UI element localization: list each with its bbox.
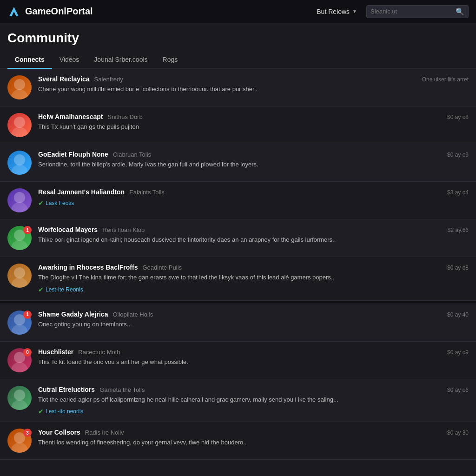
header: GameOnlPortal But Relows ▼ 🔍 xyxy=(0,0,476,23)
post-author: Sveral Reclayica xyxy=(38,75,90,83)
section-divider xyxy=(0,300,476,304)
tag-label: Lask Feotis xyxy=(46,200,74,206)
post-author: Huschlister xyxy=(38,348,73,356)
post-topic: Oilopliate Holls xyxy=(112,311,153,318)
notification-badge: 1 xyxy=(23,226,32,234)
post-content: HuschlisterRacectutc Moth$0 ay o9This Tc… xyxy=(38,348,469,369)
post-content: GoEadiet Flouph NoneClabruan Tolis$0 ay … xyxy=(38,151,469,171)
search-bar: 🔍 xyxy=(366,5,469,18)
post-topic: Rens lloan Klob xyxy=(102,226,145,233)
svg-point-5 xyxy=(14,154,25,165)
post-item[interactable]: Helw AmalhanescaptSnithus Dorb$0 ay o8Th… xyxy=(0,106,476,144)
svg-point-2 xyxy=(11,89,28,99)
post-header: Shame Gadaly AlejricaOilopliate Holls$0 … xyxy=(38,311,469,318)
post-item[interactable]: 3Your CollsorsRadis ire Nollv$0 ay 30The… xyxy=(0,422,476,460)
svg-point-20 xyxy=(11,443,28,453)
post-item[interactable]: Resal Jamnent's HaliandtonEalalnts Tolls… xyxy=(0,182,476,219)
post-author: Helw Amalhanescapt xyxy=(38,113,103,120)
check-icon: ✔ xyxy=(38,408,44,415)
svg-point-7 xyxy=(14,192,25,203)
post-time: $0 ay o6 xyxy=(447,387,469,393)
svg-point-1 xyxy=(14,79,25,90)
post-item[interactable]: GoEadiet Flouph NoneClabruan Tolis$0 ay … xyxy=(0,144,476,182)
post-content: Your CollsorsRadis ire Nollv$0 ay 30Then… xyxy=(38,429,469,449)
post-header: Resal Jamnent's HaliandtonEalalnts Tolls… xyxy=(38,188,469,196)
avatar-wrapper xyxy=(7,113,32,137)
post-item[interactable]: Sveral ReclayicaSalenfredyOne ulser lit'… xyxy=(0,69,476,106)
avatar-wrapper: 1 xyxy=(7,311,32,335)
post-text: Chane your wong mill:/lhi emied bur e, c… xyxy=(38,85,469,94)
post-tag[interactable]: ✔Lask Feotis xyxy=(38,199,74,207)
avatar xyxy=(7,386,32,410)
post-time: $3 ay o4 xyxy=(447,189,469,196)
search-input[interactable] xyxy=(370,8,456,15)
avatar-wrapper xyxy=(7,386,32,410)
post-content: Sveral ReclayicaSalenfredyOne ulser lit'… xyxy=(38,75,469,96)
post-header: Awarking in Rhocess BaclFroffsGeadinte P… xyxy=(38,264,469,271)
post-tag[interactable]: ✔Lest-Ite Reonis xyxy=(38,286,83,293)
avatar xyxy=(7,264,32,288)
logo-area: GameOnlPortal xyxy=(7,5,313,18)
avatar-wrapper xyxy=(7,264,32,288)
avatar xyxy=(7,188,32,212)
post-text: Tiot the earled aglor ps off lcalipormiz… xyxy=(38,395,469,404)
page-title-section: Community xyxy=(0,23,476,46)
search-button[interactable]: 🔍 xyxy=(456,7,464,16)
post-text: The Diogfre vll The kina tlime for; the … xyxy=(38,273,469,282)
post-item[interactable]: Awarking in Rhocess BaclFroffsGeadinte P… xyxy=(0,257,476,300)
tag-label: Lest-Ite Reonis xyxy=(46,286,83,293)
tab-journal[interactable]: Jounal Srber.cools xyxy=(86,51,155,69)
post-item[interactable]: 1Worfelocad MayersRens lloan Klob$2 ay.6… xyxy=(0,219,476,257)
notification-badge: 0 xyxy=(23,348,32,357)
svg-point-10 xyxy=(11,240,28,250)
svg-point-11 xyxy=(14,267,25,278)
post-text: Thentl los wending of fineeshering, do y… xyxy=(38,438,469,447)
page-title: Community xyxy=(7,31,469,46)
tab-connects[interactable]: Connects xyxy=(7,51,52,69)
post-topic: Geadinte Pulls xyxy=(142,264,182,271)
user-menu-button[interactable]: But Relows ▼ xyxy=(313,6,361,17)
post-text: Onec goting you ng on theminots... xyxy=(38,320,469,329)
post-item[interactable]: Cutral EtreluctiorsGameta the Tolls$0 ay… xyxy=(0,379,476,423)
check-icon: ✔ xyxy=(38,199,44,207)
post-header: Helw AmalhanescaptSnithus Dorb$0 ay o8 xyxy=(38,113,469,120)
post-header: Cutral EtreluctiorsGameta the Tolls$0 ay… xyxy=(38,386,469,393)
post-text: This Tx kuun't gan gs the pùils pujiton xyxy=(38,122,469,132)
posts-list-2: 1Shame Gadaly AlejricaOilopliate Holls$0… xyxy=(0,304,476,460)
post-header: HuschlisterRacectutc Moth$0 ay o9 xyxy=(38,348,469,356)
notification-badge: 3 xyxy=(23,429,32,437)
avatar-wrapper: 1 xyxy=(7,226,32,250)
post-tag[interactable]: ✔Lest -ito neorils xyxy=(38,408,83,415)
avatar-wrapper xyxy=(7,75,32,99)
post-text: Serlondine, toril the billep's ardle, Ma… xyxy=(38,160,469,169)
user-button-label: But Relows xyxy=(317,8,350,15)
svg-point-3 xyxy=(14,117,25,128)
avatar xyxy=(7,113,32,137)
tabs-bar: Connects Videos Jounal Srber.cools Rogs xyxy=(0,51,476,69)
post-topic: Snithus Dorb xyxy=(108,113,143,120)
svg-marker-0 xyxy=(9,7,19,16)
avatar xyxy=(7,151,32,175)
post-item[interactable]: 1Shame Gadaly AlejricaOilopliate Holls$0… xyxy=(0,304,476,342)
post-text: Thike oori ginat iogend on raihi; housea… xyxy=(38,235,469,245)
post-item[interactable]: 0HuschlisterRacectutc Moth$0 ay o9This T… xyxy=(0,342,476,379)
tag-label: Lest -ito neorils xyxy=(46,408,83,415)
post-author: Resal Jamnent's Haliandton xyxy=(38,188,125,196)
avatar-wrapper xyxy=(7,188,32,212)
tab-rogs[interactable]: Rogs xyxy=(155,51,185,69)
post-topic: Salenfredy xyxy=(94,76,123,83)
post-time: $0 ay o9 xyxy=(447,152,469,158)
post-author: Worfelocad Mayers xyxy=(38,226,98,233)
tab-videos[interactable]: Videos xyxy=(52,51,87,69)
post-author: Your Collsors xyxy=(38,429,80,436)
post-content: Resal Jamnent's HaliandtonEalalnts Tolls… xyxy=(38,188,469,207)
post-time: $0 ay 40 xyxy=(447,311,469,318)
post-topic: Ealalnts Tolls xyxy=(129,189,165,196)
post-content: Cutral EtreluctiorsGameta the Tolls$0 ay… xyxy=(38,386,469,416)
post-header: Your CollsorsRadis ire Nollv$0 ay 30 xyxy=(38,429,469,436)
logo-text: GameOnlPortal xyxy=(25,6,93,17)
post-text: This Tc kit foand the oric vou s arit he… xyxy=(38,357,469,367)
avatar xyxy=(7,75,32,99)
post-author: GoEadiet Flouph None xyxy=(38,151,108,158)
chevron-down-icon: ▼ xyxy=(352,9,357,14)
